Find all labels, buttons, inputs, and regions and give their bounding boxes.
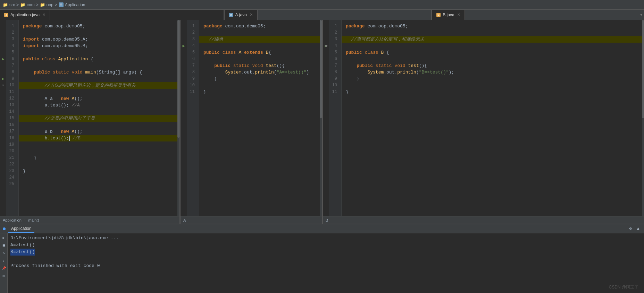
- breadcrumb-com-icon: 📁: [20, 2, 25, 7]
- bottom-panel-header: Application ⚙ ▲: [0, 224, 644, 233]
- run-class-b-icon[interactable]: ▶: [325, 43, 327, 49]
- status-class-b: B: [326, 218, 328, 222]
- tab-icon-a: A: [229, 13, 233, 17]
- tab-icon-application: J: [4, 13, 8, 17]
- tab-label-application: Application.java: [10, 12, 40, 17]
- tab-overflow-btn[interactable]: ▼: [640, 13, 643, 17]
- console-line-4: [10, 256, 641, 262]
- tabs-bar: J Application.java ✕ A A.java ✕ B B.java…: [0, 10, 644, 20]
- statusbar-application: Application › main(): [0, 216, 179, 224]
- bottom-left-toolbar: ▶ ⏹ ↻ ↓ 📌 ⊞: [0, 233, 8, 293]
- scroll-indicator-right[interactable]: [642, 20, 644, 216]
- bottom-tab-label: Application: [11, 226, 32, 231]
- status-method-application: main(): [28, 218, 39, 222]
- fold-main-icon[interactable]: ▼: [2, 82, 4, 89]
- left-gutter-a: ▶: [181, 20, 187, 216]
- editors-container: ▶ ▶ ▼ 12345: [0, 20, 644, 224]
- scroll-thumb-right[interactable]: [642, 20, 644, 118]
- run-btn-console[interactable]: ▶: [1, 235, 7, 241]
- tab-b-java[interactable]: B B.java ✕: [431, 10, 465, 20]
- tab-application-java[interactable]: J Application.java ✕: [0, 10, 50, 20]
- breakpoint-dot: [325, 45, 327, 47]
- rerun-btn-console[interactable]: ↻: [1, 250, 7, 256]
- code-a[interactable]: package com.oop.demo05; //继承 public clas…: [199, 20, 322, 216]
- breadcrumb-folder-icon: 📁: [3, 2, 8, 7]
- tab-label-b: B.java: [443, 12, 454, 17]
- scroll-indicator-left[interactable]: [177, 20, 179, 216]
- console-line-5: Process finished with exit code 0: [10, 262, 641, 269]
- console-output: D:\Environment\jdk8\jdk\bin\java.exe ...…: [8, 233, 644, 293]
- stop-btn-console[interactable]: ⏹: [1, 242, 7, 249]
- pin-btn-console[interactable]: 📌: [1, 265, 7, 272]
- editor-application: ▶ ▶ ▼ 12345: [0, 20, 181, 224]
- tab-close-application[interactable]: ✕: [42, 12, 45, 17]
- run-main-icon[interactable]: ▶: [2, 76, 4, 82]
- panel-indicator-dot: [3, 227, 6, 230]
- editor-b: ▶ 12345 678910 11 package com.oop.demo05…: [323, 20, 644, 224]
- settings-btn[interactable]: ⚙: [627, 226, 634, 232]
- code-application[interactable]: package com.oop.demo05; import com.oop.d…: [19, 20, 179, 216]
- scroll-thumb-mid[interactable]: [320, 20, 322, 118]
- tab-a-java[interactable]: A A.java ✕: [224, 10, 257, 20]
- code-b[interactable]: package com.oop.demo05; //重写都是方法的重写，和属性无…: [342, 20, 644, 216]
- tab-icon-b: B: [436, 13, 441, 17]
- line-numbers-application: 12345 678910 1112131415 1617181920 21222…: [6, 20, 19, 216]
- tab-label-a: A.java: [235, 12, 246, 17]
- console-line-1: D:\Environment\jdk8\jdk\bin\java.exe ...: [10, 235, 641, 242]
- scroll-indicator-mid[interactable]: [320, 20, 322, 216]
- run-class-icon[interactable]: ▶: [2, 56, 4, 62]
- breadcrumb-oop-icon: 📁: [40, 2, 45, 7]
- breadcrumb-class-icon: A: [59, 2, 64, 7]
- status-class-application: Application: [3, 218, 22, 222]
- editor-a: ▶ 12345 678910 11 package com.oop.demo05…: [181, 20, 323, 224]
- tab-close-a[interactable]: ✕: [250, 12, 253, 17]
- filter-btn-console[interactable]: ⊞: [1, 273, 7, 279]
- watermark: CSDN @阿玉子: [609, 284, 638, 290]
- breadcrumb: 📁 src > 📁 com > 📁 oop > A Application: [0, 0, 644, 10]
- expand-btn[interactable]: ▲: [635, 226, 641, 232]
- left-gutter-application: ▶ ▶ ▼: [0, 20, 6, 216]
- line-numbers-b: 12345 678910 11: [329, 20, 342, 216]
- console-line-3: B=>test(): [10, 249, 641, 256]
- line-numbers-a: 12345 678910 11: [187, 20, 199, 216]
- bottom-content: ▶ ⏹ ↻ ↓ 📌 ⊞ D:\Environment\jdk8\jdk\bin\…: [0, 233, 644, 293]
- tab-close-b[interactable]: ✕: [457, 12, 460, 17]
- scroll-thumb-left[interactable]: [177, 20, 179, 138]
- bottom-toolbar: ⚙ ▲: [627, 226, 641, 232]
- console-line-2: A=>test(): [10, 242, 641, 249]
- statusbar-a: A: [181, 216, 322, 224]
- left-gutter-b: ▶: [323, 20, 329, 216]
- run-class-a-icon[interactable]: ▶: [182, 43, 185, 49]
- bottom-tab-application[interactable]: Application: [8, 225, 34, 233]
- scroll-end-btn[interactable]: ↓: [1, 258, 7, 264]
- console-highlighted-line: B=>test(): [10, 249, 35, 256]
- breadcrumb-active-item: Application: [65, 2, 85, 7]
- statusbar-b: B: [323, 216, 644, 224]
- bottom-panel: Application ⚙ ▲ ▶ ⏹ ↻ ↓ 📌 ⊞ D:\Environme…: [0, 224, 644, 293]
- status-class-a: A: [183, 218, 186, 222]
